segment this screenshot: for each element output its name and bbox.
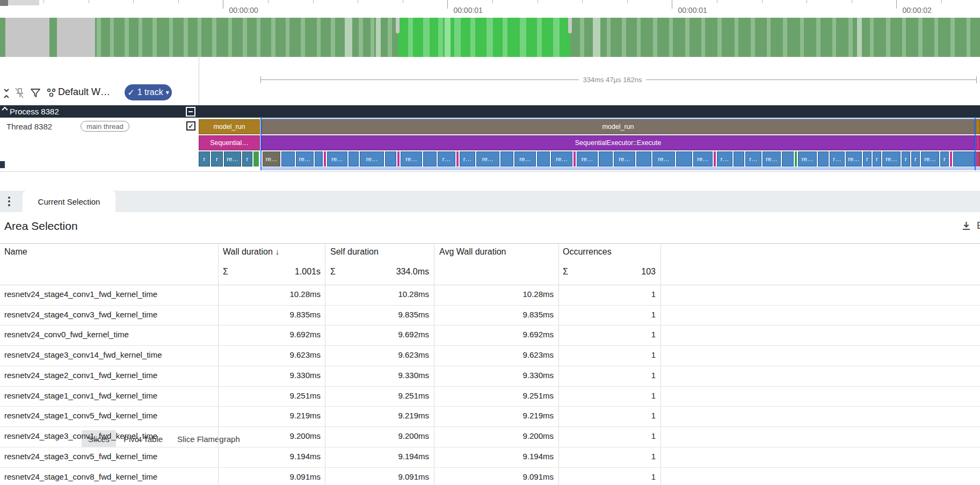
timeline-slice[interactable] [818,151,829,167]
cell-value[interactable]: 9.200ms [473,431,554,440]
cell-value[interactable]: 9.623ms [349,350,429,359]
timeline-slice[interactable] [734,151,744,167]
timeline-slice[interactable]: re… [763,151,781,167]
timeline-slice[interactable]: r… [717,151,732,167]
cell-value[interactable]: 1 [575,371,656,380]
cell-value[interactable]: 1 [575,411,656,420]
cell-value[interactable]: 9.219ms [349,411,429,420]
cell-value[interactable]: 1 [575,310,656,319]
timeline-slice[interactable]: re… [846,151,862,167]
timeline-slice[interactable] [636,151,651,167]
cell-value[interactable]: 9.330ms [473,371,554,380]
cell-value[interactable]: 9.091ms [240,472,321,481]
view-tab-pivot-table[interactable]: Pivot Table [120,430,166,447]
workspace-name[interactable]: Default W… [58,86,110,98]
cell-value[interactable]: 9.692ms [473,330,554,339]
cell-value[interactable]: 9.219ms [240,411,321,420]
timeline-slice[interactable]: r… [438,151,455,167]
timeline-slice[interactable]: re… [798,151,817,167]
filter-icon[interactable] [30,88,41,98]
timeline-slice[interactable] [976,119,980,134]
timeline-slice[interactable] [795,151,797,167]
kebab-menu-icon[interactable] [5,195,13,208]
cell-value[interactable]: 9.835ms [473,310,554,319]
cell-value[interactable]: 9.623ms [240,350,321,359]
workspaces-icon[interactable] [46,88,57,98]
minimap-drag-handle[interactable] [396,18,400,33]
timeline-slice[interactable] [324,151,326,167]
cell-value[interactable]: 1 [575,431,656,440]
unfold-less-icon[interactable] [2,88,11,99]
cell-value[interactable]: 9.194ms [473,452,554,461]
timeline-slice[interactable] [315,151,323,167]
track-checkbox[interactable]: ✓ [186,121,195,131]
timeline-slice[interactable] [676,151,692,167]
timeline-slice[interactable]: r [902,151,910,167]
cell-value[interactable]: 9.330ms [349,371,429,380]
timeline-slice[interactable]: model_run [199,119,260,134]
timeline-slice[interactable]: r [211,151,223,167]
timeline-slice[interactable] [574,151,576,167]
timeline-slice[interactable]: r [242,151,252,167]
cell-name[interactable]: resnetv24_stage1_conv5_fwd_kernel_time [4,411,157,420]
cell-name[interactable]: resnetv24_stage1_conv8_fwd_kernel_time [4,472,157,481]
cell-value[interactable]: 9.692ms [240,330,321,339]
timeline-minimap[interactable] [0,18,980,57]
cell-name[interactable]: resnetv24_stage1_conv1_fwd_kernel_time [4,391,157,400]
timeline-slice[interactable]: re… [921,151,939,167]
cell-value[interactable]: 9.330ms [240,371,321,380]
timeline-slice[interactable] [782,151,794,167]
timeline-slice[interactable]: re… [327,151,347,167]
timeline-slice[interactable]: re… [360,151,384,167]
timeline-slice[interactable]: re… [476,151,499,167]
cell-value[interactable]: 1 [575,330,656,339]
column-header[interactable]: Self duration [330,247,379,257]
cell-value[interactable]: 10.28ms [349,289,429,299]
timeline-slice[interactable]: re… [614,151,635,167]
timeline-slice[interactable]: r [911,151,920,167]
cell-value[interactable]: 1 [575,452,656,461]
timeline-slice[interactable]: model_run [262,119,975,134]
cell-value[interactable]: 9.194ms [240,452,321,461]
download-icon[interactable] [961,221,971,231]
timeline-slice[interactable]: re… [514,151,536,167]
cell-value[interactable]: 9.251ms [240,391,321,400]
cell-value[interactable]: 9.835ms [349,310,429,319]
timeline-slice[interactable]: r… [460,151,475,167]
timeline-slice[interactable] [349,151,359,167]
column-header[interactable]: Name [4,247,27,257]
column-header[interactable]: Wall duration ↓ [223,247,279,257]
cell-value[interactable]: 9.251ms [349,391,429,400]
process-group-header[interactable]: Process 8382 [0,105,980,118]
timeline-slice[interactable] [950,151,952,167]
timeline-slice[interactable]: r… [745,151,761,167]
area-selection-start-line[interactable] [260,117,262,170]
timeline-slice[interactable]: r… [830,151,845,167]
tab-current-selection[interactable]: Current Selection [23,191,115,212]
timeline-slice[interactable] [599,151,613,167]
cell-value[interactable]: 10.28ms [240,289,321,299]
timeline-slice[interactable]: r [940,151,949,167]
view-tab-slice-flamegraph[interactable]: Slice Flamegraph [174,430,243,447]
minimap-drag-handle[interactable] [568,18,572,33]
cell-value[interactable]: 1 [575,289,656,299]
column-header[interactable]: Avg Wall duration [439,247,506,257]
cell-value[interactable]: 1 [575,472,656,481]
timeline-slice[interactable]: r [199,151,210,167]
timeline-slice[interactable]: r [863,151,872,167]
cell-value[interactable]: 10.28ms [473,289,554,299]
cell-name[interactable]: resnetv24_stage3_conv14_fwd_kernel_time [4,350,162,359]
timeline-slice[interactable]: re… [224,151,241,167]
cell-value[interactable]: 9.200ms [349,431,429,440]
cell-name[interactable]: resnetv24_conv0_fwd_kernel_time [4,330,129,339]
timeline-slice[interactable] [397,151,400,167]
timeline-slice[interactable]: r [873,151,881,167]
timeline-slice[interactable] [714,151,716,167]
timeline-slice[interactable] [537,151,550,167]
cell-name[interactable]: resnetv24_stage4_conv1_fwd_kernel_time [4,289,157,299]
cell-value[interactable]: 9.623ms [473,350,554,359]
cell-name[interactable]: resnetv24_stage3_conv5_fwd_kernel_time [4,452,157,461]
cell-value[interactable]: 9.219ms [473,411,554,420]
cell-value[interactable]: 9.091ms [349,472,429,481]
timeline-slice[interactable] [423,151,437,167]
